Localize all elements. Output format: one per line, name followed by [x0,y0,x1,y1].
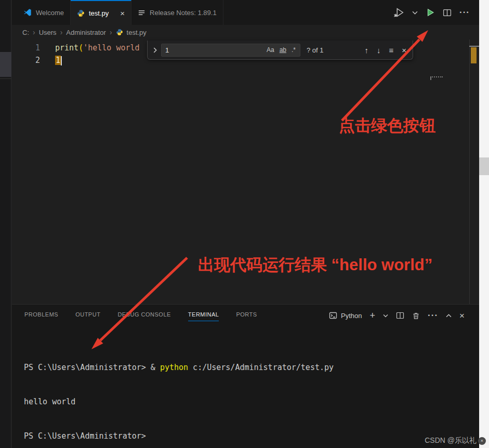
breadcrumb-users[interactable]: Users [39,29,57,36]
sidebar-edge [0,0,11,448]
minimap-widget-mark [469,46,479,47]
panel-tab-terminal[interactable]: TERMINAL [188,311,219,321]
whole-word-toggle[interactable]: ab [277,46,288,54]
panel-tab-debug-console[interactable]: DEBUG CONSOLE [117,311,170,321]
maximize-panel-chevron-icon[interactable] [446,314,452,318]
find-match-highlight: 1 [55,56,61,65]
next-match-icon[interactable]: ↓ [377,46,381,54]
find-in-selection-icon[interactable]: ≡ [389,46,393,54]
editor-tab-bar: Welcome test.py × Release Notes: 1.89.1 [12,0,479,25]
prompt-text: PS C:\Users\Administrator> & [24,363,160,372]
find-widget: Aa ab .* ? of 1 ↑ ↓ ≡ × [147,41,413,60]
close-find-icon[interactable]: × [402,46,406,54]
panel-more-actions-icon[interactable]: ··· [428,310,438,321]
tooltip-fragment [430,76,443,80]
close-panel-icon[interactable]: × [459,311,465,320]
page-scrollbar-track [479,0,489,448]
token-paren: ( [78,43,83,52]
page-scrollbar-thumb[interactable] [479,157,489,175]
watermark-text: CSDN @乐以礼 [425,436,477,445]
find-input[interactable] [165,46,263,54]
tab-close-icon[interactable]: × [120,9,125,17]
panel-tab-list: PROBLEMS OUTPUT DEBUG CONSOLE TERMINAL P… [24,309,257,323]
terminal-line-1: PS C:\Users\Administrator> & python c:/U… [24,362,334,373]
split-editor-icon[interactable] [443,8,452,17]
terminal-line-2: hello world [24,396,334,407]
tab-welcome-label: Welcome [36,9,64,17]
tab-release-notes-label: Release Notes: 1.89.1 [150,9,217,17]
token-string: 'hello world [83,43,139,52]
new-terminal-icon[interactable]: + [370,311,376,320]
chevron-down-icon[interactable] [412,11,418,15]
sidebar-divider [0,78,11,79]
breadcrumb-filename[interactable]: test.py [127,29,147,36]
python-file-icon [77,9,85,17]
launch-profile-chevron-icon[interactable] [383,314,388,318]
code-text-line-1: print('hello world [55,42,140,54]
find-input-box: Aa ab .* [161,44,300,57]
watermark: CSDN @乐以礼 × [425,436,486,445]
watermark-close-icon[interactable]: × [478,437,486,445]
terminal-line-3: PS C:\Users\Administrator> [24,430,334,442]
find-actions: ↑ ↓ ≡ × [364,46,408,54]
split-terminal-icon[interactable] [396,311,404,320]
kill-terminal-trash-icon[interactable] [412,312,420,320]
annotation-note-bottom: 出现代码运行结果 “hello world” [198,254,432,276]
tab-testpy[interactable]: test.py × [71,0,131,25]
previous-match-icon[interactable]: ↑ [364,46,368,54]
breadcrumb-drive[interactable]: C: [22,29,29,36]
breadcrumb: C: › Users › Administrator › test.py [12,25,469,39]
tab-welcome[interactable]: Welcome [17,0,71,25]
vscode-window: Welcome test.py × Release Notes: 1.89.1 [0,0,489,448]
token-keyword: print [55,43,78,52]
more-actions-icon[interactable]: ··· [459,7,470,18]
minimap-border [469,39,470,304]
shell-selector[interactable]: Python [329,311,362,320]
line-number: 1 [28,42,40,54]
sidebar-selection-block [0,52,11,77]
panel-tab-ports[interactable]: PORTS [236,311,257,321]
tab-testpy-label: test.py [89,9,109,17]
breadcrumb-separator: › [110,28,112,36]
tab-release-notes[interactable]: Release Notes: 1.89.1 [131,0,223,25]
panel-actions: Python + ··· × [329,308,465,323]
breadcrumb-separator: › [33,28,35,36]
minimap-find-match-mark[interactable] [471,47,477,63]
panel-tab-output[interactable]: OUTPUT [75,311,100,321]
breadcrumb-separator: › [60,28,63,36]
panel-tab-problems[interactable]: PROBLEMS [24,311,58,321]
shell-label: Python [341,312,362,320]
argument-text: c:/Users/Administrator/test.py [188,363,334,372]
find-results-count: ? of 1 [307,46,324,54]
regex-toggle[interactable]: .* [289,46,298,54]
match-case-toggle[interactable]: Aa [265,46,276,54]
python-file-icon [116,29,123,36]
terminal-icon [329,311,337,320]
debug-run-icon[interactable] [393,7,404,18]
line-number: 2 [28,54,40,67]
toggle-replace-chevron-icon[interactable] [151,47,159,53]
release-notes-icon [138,9,146,17]
run-file-button[interactable] [426,8,435,17]
terminal-output[interactable]: PS C:\Users\Administrator> & python c:/U… [24,339,334,448]
code-text-line-2: 1 [55,54,62,67]
command-text: python [160,363,188,372]
bottom-panel: PROBLEMS OUTPUT DEBUG CONSOLE TERMINAL P… [12,304,479,448]
text-cursor [61,56,62,65]
annotation-note-top: 点击绿色按钮 [339,115,435,137]
breadcrumb-administrator[interactable]: Administrator [66,29,106,36]
vscode-logo-icon [23,8,32,17]
editor-actions: ··· [393,0,470,25]
